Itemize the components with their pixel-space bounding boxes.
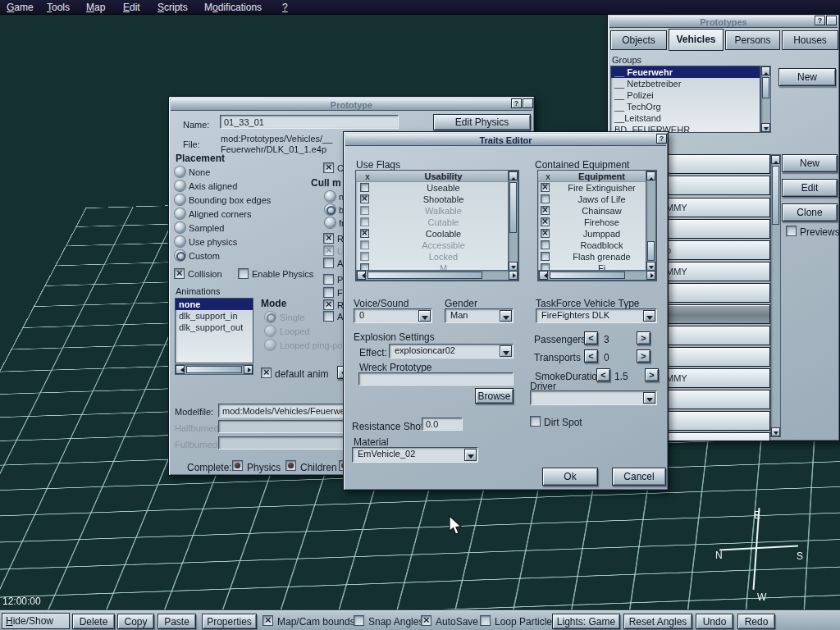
placement-radio-none[interactable] — [175, 167, 185, 177]
browse-button[interactable]: Browse — [475, 388, 514, 404]
scroll-left-icon[interactable] — [357, 271, 366, 280]
undo-button[interactable]: Undo — [696, 614, 733, 629]
menu-edit[interactable]: Edit — [123, 2, 140, 14]
flag-checkbox[interactable] — [323, 311, 334, 322]
mode-radio-looped[interactable] — [265, 326, 276, 336]
animation-item[interactable]: dlk_support_out — [176, 322, 253, 333]
chevron-down-icon[interactable] — [643, 310, 655, 322]
mode-radio-single[interactable] — [265, 312, 276, 322]
redo-button[interactable]: Redo — [737, 614, 775, 629]
animations-scrollbar[interactable] — [175, 364, 253, 375]
animation-item[interactable]: dlk_support_in — [176, 310, 253, 322]
flag-checkbox[interactable] — [323, 245, 334, 256]
flag-checkbox[interactable] — [360, 183, 369, 192]
scroll-thumb[interactable] — [550, 272, 625, 279]
map-cam-bounds-checkbox[interactable] — [262, 615, 273, 626]
placement-radio-bounding-box[interactable] — [175, 194, 185, 205]
chevron-down-icon[interactable] — [418, 310, 431, 322]
prototype-list-scrollbar[interactable] — [770, 154, 781, 437]
clone-button[interactable]: Clone — [782, 203, 838, 221]
cull-radio-none[interactable] — [325, 191, 336, 202]
equipment-row[interactable]: Chainsaw — [538, 205, 646, 217]
prototype-dialog-titlebar[interactable]: Prototype — [171, 98, 532, 111]
scroll-thumb[interactable] — [368, 272, 482, 279]
menu-tools[interactable]: Tools — [47, 2, 70, 14]
use-flags-vscrollbar[interactable] — [508, 171, 518, 272]
placement-radio-sampled[interactable] — [175, 222, 185, 233]
equipment-hscrollbar[interactable] — [538, 270, 656, 281]
chevron-down-icon[interactable] — [500, 345, 512, 357]
lights-game-button[interactable]: Lights: Game — [552, 614, 620, 629]
flag-checkbox[interactable] — [360, 240, 369, 249]
snap-angles-checkbox[interactable] — [354, 615, 364, 626]
passengers-increment-button[interactable]: > — [637, 331, 651, 345]
name-input[interactable] — [220, 115, 399, 129]
scroll-thumb[interactable] — [186, 366, 242, 373]
effect-dropdown[interactable]: explosioncar02 — [389, 344, 514, 358]
scroll-down-icon[interactable] — [771, 427, 780, 436]
chevron-down-icon[interactable] — [464, 449, 477, 461]
voice-sound-dropdown[interactable]: 0 — [354, 308, 432, 323]
placement-radio-aligned-corners[interactable] — [175, 208, 185, 219]
gender-dropdown[interactable]: Man — [445, 308, 514, 323]
use-flag-row[interactable]: Locked — [356, 251, 508, 262]
scroll-right-icon[interactable] — [646, 271, 655, 280]
scroll-thumb[interactable] — [772, 166, 779, 225]
default-anim-checkbox[interactable] — [261, 368, 272, 378]
chevron-down-icon[interactable] — [643, 392, 655, 404]
flag-checkbox[interactable] — [323, 287, 334, 298]
passengers-decrement-button[interactable]: < — [584, 331, 598, 345]
new-button[interactable]: New — [782, 154, 838, 172]
transports-decrement-button[interactable]: < — [584, 349, 598, 363]
autosave-checkbox[interactable] — [421, 615, 431, 626]
copy-button[interactable]: Copy — [117, 614, 154, 629]
equipment-row[interactable]: Fire Extinguisher — [538, 182, 646, 194]
flag-checkbox[interactable] — [323, 233, 334, 244]
loop-particles-checkbox[interactable] — [480, 615, 491, 626]
close-button[interactable] — [523, 98, 533, 108]
scroll-thumb[interactable] — [509, 182, 517, 233]
equipment-row[interactable]: Roadblock — [538, 240, 646, 251]
smoke-duration-decrement-button[interactable]: < — [596, 368, 610, 381]
use-flag-row[interactable]: Walkable — [356, 205, 508, 217]
flag-checkbox[interactable] — [360, 229, 369, 238]
smoke-duration-increment-button[interactable]: > — [645, 368, 659, 381]
scroll-up-icon[interactable] — [509, 171, 518, 180]
use-flag-row[interactable]: Useable — [356, 182, 508, 194]
flag-checkbox[interactable] — [360, 217, 369, 226]
placement-radio-custom[interactable] — [175, 250, 185, 261]
wreck-prototype-input[interactable] — [358, 372, 514, 386]
menu-scripts[interactable]: Scripts — [158, 2, 188, 14]
equipment-checkbox[interactable] — [541, 217, 550, 226]
edit-button[interactable]: Edit — [782, 179, 838, 197]
menu-map[interactable]: Map — [86, 2, 105, 14]
use-flag-row[interactable]: Cutable — [356, 217, 508, 228]
scroll-right-icon[interactable] — [509, 271, 518, 280]
use-flag-row[interactable]: Accessible — [356, 240, 508, 251]
previews-checkbox[interactable] — [786, 226, 797, 236]
equipment-row[interactable]: Firehose — [538, 217, 646, 228]
help-button[interactable]: ? — [511, 98, 522, 108]
mode-radio-looped-pingpong[interactable] — [265, 340, 276, 350]
equipment-checkbox[interactable] — [541, 194, 550, 203]
flag-checkbox[interactable] — [323, 274, 334, 285]
edit-physics-button[interactable]: Edit Physics — [433, 114, 531, 130]
cast-checkbox[interactable] — [323, 162, 334, 173]
reset-angles-button[interactable]: Reset Angles — [623, 614, 692, 629]
dirt-spot-checkbox[interactable] — [530, 416, 541, 427]
delete-button[interactable]: Delete — [72, 614, 115, 629]
ok-button[interactable]: Ok — [542, 468, 598, 486]
flag-checkbox[interactable] — [323, 258, 334, 268]
scroll-left-icon[interactable] — [539, 271, 548, 280]
menu-game[interactable]: Game — [7, 2, 34, 14]
flag-checkbox[interactable] — [360, 194, 369, 203]
use-flags-hscrollbar[interactable] — [356, 270, 518, 281]
animation-item[interactable]: none — [176, 299, 253, 310]
transports-increment-button[interactable]: > — [637, 349, 651, 363]
flag-checkbox[interactable] — [360, 206, 369, 215]
menu-modifications[interactable]: Modifications — [204, 2, 262, 14]
scroll-up-icon[interactable] — [646, 171, 655, 180]
traits-editor-titlebar[interactable]: Traits Editor — [345, 134, 666, 146]
cancel-button[interactable]: Cancel — [612, 468, 666, 486]
equipment-checkbox[interactable] — [541, 240, 550, 249]
